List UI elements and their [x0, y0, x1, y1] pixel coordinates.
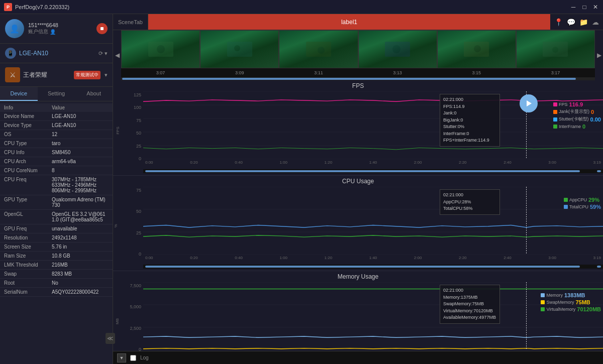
memory-chart-svg [143, 282, 603, 350]
memory-tooltip-time: 02:21:000 [443, 287, 496, 294]
cpu-scroll-thumb-right [597, 266, 601, 268]
main-layout: 👤 151****6648 账户信息 👤 📱 LGE-AN10 ⟳ ▾ [0, 14, 603, 364]
memory-legend-swap-label: SwapMemory [546, 300, 574, 305]
cpu-legend: AppCPU 29% TotalCPU 59% [564, 197, 601, 210]
header-info: Info [4, 105, 52, 110]
folder-icon[interactable]: 📁 [579, 18, 588, 26]
fps-legend-stutter-label: Stutter(卡帧型) [559, 116, 589, 123]
expand-button[interactable]: ▼ [117, 353, 126, 362]
info-row: Swap 8283 MB [0, 270, 113, 279]
memory-chart-container: MB 7,500 5,000 2,500 0 [113, 282, 603, 351]
cpu-legend-appcpu-val: 29% [588, 197, 599, 203]
info-key: GPU Freq [4, 226, 52, 231]
filmstrip-times: 3:07 3:09 3:11 3:13 3:15 3:17 [121, 68, 595, 77]
cpu-legend-appcpu: AppCPU 29% [564, 197, 601, 203]
maximize-button[interactable]: □ [581, 4, 588, 11]
log-checkbox[interactable] [130, 355, 136, 361]
cpu-scrolltrack[interactable] [143, 265, 603, 269]
interframe-color-dot [553, 125, 557, 129]
info-key: CPU CoreNum [4, 168, 52, 173]
fps-scrolltrack[interactable] [143, 169, 603, 173]
fps-tooltip-interframe: InterFrame:0 [443, 131, 496, 138]
fps-tooltip-stutter: Stutter:0% [443, 124, 496, 131]
header-value: Value [52, 105, 65, 110]
fps-legend-stutter: Stutter(卡帧型) 0.00 [553, 116, 601, 123]
frame-content [438, 31, 516, 68]
fps-x-axis: 0:00 0:20 0:40 1:00 1:20 1:40 2:00 2:20 … [143, 160, 603, 169]
frame-time-5: 3:17 [516, 68, 595, 77]
info-key: OS [4, 132, 52, 137]
minimize-button[interactable]: ─ [570, 4, 577, 11]
fps-legend-fps: FPS 116.9 [553, 101, 601, 107]
memory-legend-memory-label: Memory [546, 293, 563, 298]
fps-scroll-thumb [145, 170, 580, 172]
bottom-toolbar: ▼ Log [113, 351, 603, 364]
info-key: Ram Size [4, 253, 52, 259]
close-button[interactable]: ✕ [592, 4, 599, 11]
filmstrip-next-button[interactable]: ▶ [595, 30, 603, 80]
account-label: 账户信息 👤 [28, 28, 92, 35]
cpu-tooltip-totalcpu: TotalCPU:58% [443, 205, 496, 212]
fps-legend-fps-val: 116.9 [569, 101, 583, 107]
filmstrip-prev-button[interactable]: ◀ [113, 30, 121, 80]
location-icon[interactable]: 📍 [554, 18, 563, 26]
avatar: 👤 [5, 19, 24, 38]
fps-legend: FPS 116.9 Jank(卡显示型) 0 Stutter(卡帧型) [553, 101, 601, 130]
filmstrip-frame [437, 30, 516, 68]
fps-legend-fps-label: FPS [559, 102, 568, 107]
stutter-color-dot [553, 117, 557, 122]
comment-icon[interactable]: 💬 [567, 18, 575, 26]
info-rows-container: Device Name LGE-AN10 Device Type LGE-AN1… [0, 112, 113, 297]
cpu-chart-title: CPU Usage [113, 176, 603, 187]
info-key: LMK Threshold [4, 262, 52, 268]
svg-point-10 [474, 45, 481, 52]
game-selector[interactable]: ⚔ 王者荣耀 常规测试中 ▾ [0, 63, 113, 87]
memory-legend-memory-val: 1383MB [564, 292, 585, 298]
svg-point-4 [234, 45, 240, 51]
play-button[interactable] [520, 94, 538, 112]
cpu-tooltip: 02:21:000 AppCPU:28% TotalCPU:58% [440, 189, 500, 215]
filmstrip-inner: 3:07 3:09 3:11 3:13 3:15 3:17 [121, 30, 595, 80]
device-icon: 📱 [5, 48, 16, 59]
fps-tooltip-time: 02:21:000 [443, 96, 496, 103]
fps-y-unit: FPS [116, 127, 120, 135]
info-val: Qualcomm Adreno (TM) 730 [52, 197, 109, 208]
tab-about[interactable]: About [75, 87, 113, 101]
info-row: SerialNum A5QY022228000422 [0, 288, 113, 297]
device-selector[interactable]: 📱 LGE-AN10 ⟳ ▾ [0, 44, 113, 63]
tab-device[interactable]: Device [0, 87, 38, 101]
frame-content [517, 31, 594, 68]
memory-legend-memory: Memory 1383MB [541, 292, 601, 298]
info-val: 216MB [52, 262, 68, 268]
record-button[interactable] [96, 23, 108, 34]
cpu-legend-totalcpu: TotalCPU 59% [564, 204, 601, 210]
info-table-header: Info Value [0, 103, 113, 112]
tab-setting[interactable]: Setting [38, 87, 75, 101]
cloud-icon[interactable]: ☁ [592, 18, 599, 26]
totalcpu-color-dot [564, 205, 568, 209]
info-key: CPU Type [4, 141, 52, 146]
user-section: 👤 151****6648 账户信息 👤 [0, 14, 113, 44]
info-key: Device Type [4, 123, 52, 128]
memory-tooltip-memory: Memory:1375MB [443, 294, 496, 301]
svg-point-8 [392, 45, 400, 53]
memory-chart-main: 0:00 0:20 0:40 1:00 1:20 1:40 2:00 2:20 … [143, 282, 603, 351]
charts-area: FPS FPS 125 100 75 50 25 0 [113, 80, 603, 351]
filmstrip-scrollbar-thumb [122, 78, 576, 80]
info-key: Root [4, 280, 52, 286]
cpu-x-axis: 0:00 0:20 0:40 1:00 1:20 1:40 2:00 2:20 … [143, 256, 603, 265]
memory-tooltip-available: AvailableMemory:4977MB [443, 314, 496, 321]
memory-tooltip: 02:21:000 Memory:1375MB SwapMemory:75MB … [440, 285, 500, 324]
collapse-button[interactable]: ≪ [106, 333, 115, 344]
scene-active-tab[interactable]: label1 [148, 14, 550, 30]
info-val: taro [52, 141, 60, 146]
info-val: LGE-AN10 [52, 113, 76, 119]
filmstrip-frame [279, 30, 358, 68]
filmstrip-frame [516, 30, 595, 68]
info-val: No [52, 280, 58, 286]
fps-legend-interframe-label: InterFrame [559, 124, 581, 129]
info-key: Resolution [4, 235, 52, 240]
info-val: 2492x1148 [52, 235, 77, 240]
info-row: Ram Size 10.8 GB [0, 252, 113, 261]
jank-color-dot [553, 110, 557, 114]
